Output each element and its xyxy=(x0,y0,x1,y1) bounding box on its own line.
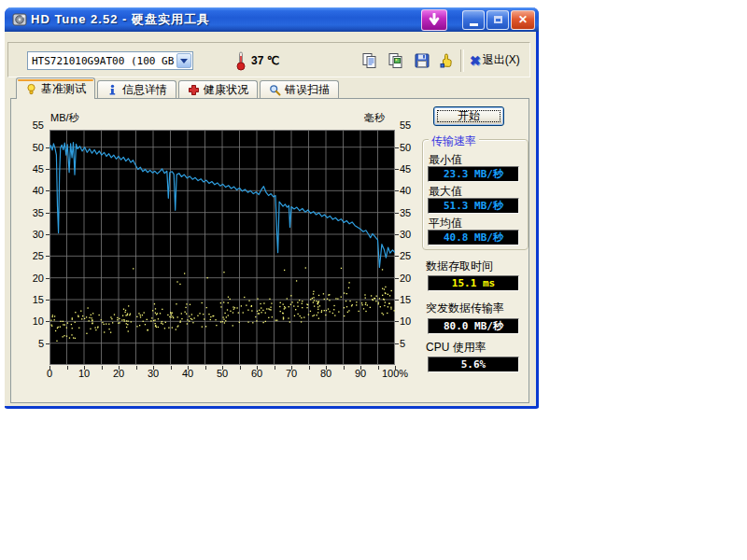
maximize-button[interactable] xyxy=(486,10,509,30)
avg-value-field: 40.8 MB/秒 xyxy=(428,230,519,245)
exit-x-icon: ✖ xyxy=(470,54,481,67)
minimize-button[interactable] xyxy=(462,10,485,30)
close-button[interactable]: ✕ xyxy=(511,10,535,30)
y-tick-mark xyxy=(46,343,49,344)
y-axis-tick-right: 45 xyxy=(400,163,424,175)
y-axis-tick-right: 10 xyxy=(400,315,424,327)
y-tick-mark xyxy=(46,256,49,257)
app-window: HD Tune 2.52 - 硬盘实用工具 ✕ HTS721010G9AT00 … xyxy=(5,7,539,409)
y-tick-mark xyxy=(395,234,399,235)
x-tick-mark xyxy=(171,366,172,370)
copy-text-icon xyxy=(361,52,378,69)
y-tick-mark xyxy=(395,213,399,214)
y-tick-mark xyxy=(46,278,49,279)
y-axis-tick-left: 25 xyxy=(20,250,44,261)
desktop: HD Tune 2.52 - 硬盘实用工具 ✕ HTS721010G9AT00 … xyxy=(0,0,747,560)
y-axis-tick-left: 35 xyxy=(20,207,44,218)
x-tick-mark xyxy=(188,366,189,370)
y-tick-mark xyxy=(46,147,49,148)
y-tick-mark xyxy=(395,343,399,344)
tab-error-scan[interactable]: 错误扫描 xyxy=(260,80,339,99)
x-tick-mark xyxy=(326,366,327,370)
y-tick-mark xyxy=(46,169,49,170)
thermometer-icon xyxy=(235,50,247,71)
maximize-icon xyxy=(494,16,502,23)
x-tick-mark xyxy=(67,366,68,370)
y-tick-mark xyxy=(46,321,49,322)
download-arrow-button[interactable] xyxy=(421,9,447,31)
toolbar-separator xyxy=(460,49,464,72)
x-tick-mark xyxy=(344,366,345,370)
tab-label: 基准测试 xyxy=(41,81,86,97)
y-axis-tick-right: 50 xyxy=(400,142,424,153)
y-axis-tick-left: 5 xyxy=(20,338,44,349)
y-axis-tick-left: 30 xyxy=(20,229,44,240)
y-tick-mark xyxy=(395,256,399,257)
y-axis-tick-right: 5 xyxy=(400,338,424,349)
tab-label: 错误扫描 xyxy=(285,82,330,98)
y-tick-mark xyxy=(395,278,399,279)
health-icon xyxy=(188,84,200,96)
y-tick-mark xyxy=(395,190,399,191)
x-tick-mark xyxy=(275,366,275,370)
x-tick-mark xyxy=(360,366,361,370)
drive-select-value: HTS721010G9AT00 (100 GB) xyxy=(28,55,176,67)
scan-icon xyxy=(269,84,281,96)
tab-strip: 基准测试 信息详情 健康状况 xyxy=(16,78,341,99)
y-tick-mark xyxy=(395,321,399,322)
combo-dropdown-button[interactable] xyxy=(176,53,191,68)
x-tick-mark xyxy=(153,366,154,370)
access-time-field: 15.1 ms xyxy=(428,275,519,291)
y-axis-tick-left: 50 xyxy=(20,142,44,153)
x-tick-mark xyxy=(309,366,310,370)
y-right-unit-label: 毫秒 xyxy=(364,111,385,125)
x-tick-mark xyxy=(378,366,379,370)
burst-rate-label: 突发数据传输率 xyxy=(426,301,504,316)
y-tick-mark xyxy=(395,147,399,148)
y-axis-tick-right: 15 xyxy=(400,294,424,305)
benchmark-icon xyxy=(25,83,37,95)
down-arrow-icon xyxy=(428,13,441,26)
y-axis-tick-left: 10 xyxy=(20,315,44,327)
x-tick-mark xyxy=(49,366,50,370)
client-area: HTS721010G9AT00 (100 GB) 37 ℃ xyxy=(5,32,533,406)
tab-label: 信息详情 xyxy=(122,82,167,98)
y-axis-tick-right: 30 xyxy=(400,229,424,240)
chevron-down-icon xyxy=(180,59,188,63)
save-button[interactable] xyxy=(412,50,432,71)
tab-health[interactable]: 健康状况 xyxy=(178,80,258,99)
start-button[interactable]: 开始 xyxy=(433,106,504,126)
cpu-usage-field: 5.6% xyxy=(428,357,519,372)
app-icon xyxy=(12,12,27,27)
access-time-label: 数据存取时间 xyxy=(426,259,493,274)
save-icon xyxy=(414,52,430,69)
exit-button[interactable]: ✖ 退出(X) xyxy=(470,52,520,68)
tab-benchmark[interactable]: 基准测试 xyxy=(16,77,95,99)
y-tick-mark xyxy=(46,190,49,191)
y-tick-mark xyxy=(395,169,399,170)
x-tick-mark xyxy=(240,366,241,370)
title-bar[interactable]: HD Tune 2.52 - 硬盘实用工具 ✕ xyxy=(5,7,539,32)
copy-image-button[interactable] xyxy=(386,50,406,71)
y-axis-tick-right: 35 xyxy=(400,207,424,218)
cpu-usage-label: CPU 使用率 xyxy=(426,340,486,356)
x-tick-mark xyxy=(102,366,103,370)
x-tick-mark xyxy=(84,366,85,370)
exit-label: 退出(X) xyxy=(483,52,520,68)
x-tick-mark xyxy=(395,366,396,370)
y-axis-tick-left: 55 xyxy=(20,119,44,131)
copy-text-button[interactable] xyxy=(359,50,380,71)
y-axis-tick-right: 25 xyxy=(400,250,424,261)
drive-select[interactable]: HTS721010G9AT00 (100 GB) xyxy=(27,51,193,70)
transfer-rate-group-title: 传输速率 xyxy=(429,133,479,149)
x-tick-mark xyxy=(257,366,258,370)
tab-info[interactable]: 信息详情 xyxy=(97,80,176,99)
benchmark-panel: MB/秒 毫秒 开始 传输速率 最小值 23.3 MB/秒 最大值 51.3 M… xyxy=(10,98,529,403)
tab-label: 健康状况 xyxy=(204,82,248,98)
min-value-field: 23.3 MB/秒 xyxy=(428,166,519,182)
options-icon xyxy=(438,52,455,69)
y-axis-tick-right: 55 xyxy=(400,119,424,131)
y-left-unit-label: MB/秒 xyxy=(50,111,79,125)
toolbar: HTS721010G9AT00 (100 GB) 37 ℃ xyxy=(7,42,530,77)
options-button[interactable] xyxy=(436,50,457,71)
